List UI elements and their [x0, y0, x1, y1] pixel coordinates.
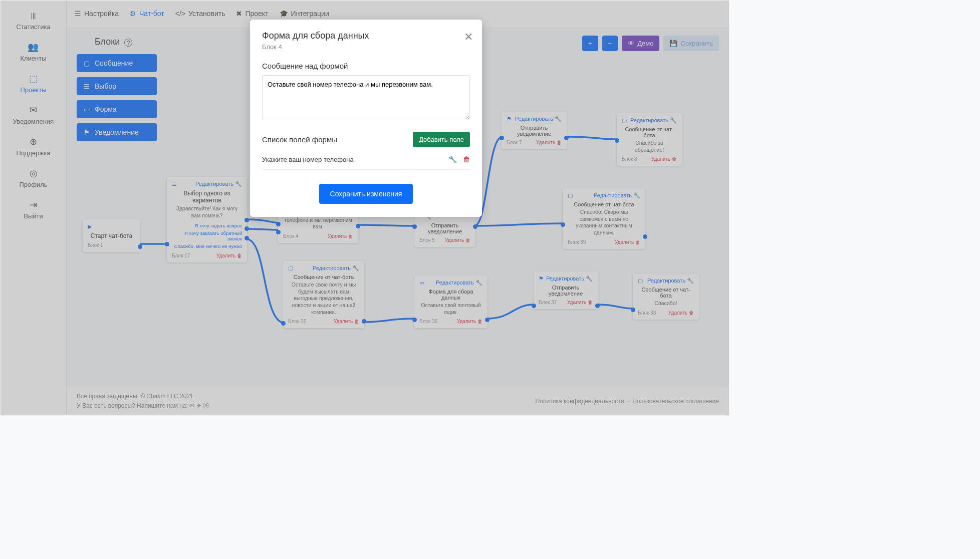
modal-form: Форма для сбора данных Блок 4 ✕ Сообщени…: [250, 20, 482, 217]
wrench-icon[interactable]: 🔧: [448, 155, 457, 163]
modal-subtitle: Блок 4: [262, 43, 470, 51]
close-icon[interactable]: ✕: [464, 31, 473, 44]
modal-title: Форма для сбора данных: [262, 31, 470, 41]
trash-icon[interactable]: 🗑: [463, 155, 470, 163]
message-textarea[interactable]: [262, 75, 470, 120]
fields-label: Список полей формы: [262, 135, 337, 144]
field-row: Укажите ваш номер телефона 🔧 🗑: [262, 149, 470, 170]
field-name: Укажите ваш номер телефона: [262, 156, 354, 163]
form-label: Сообщение над формой: [262, 62, 470, 70]
add-field-button[interactable]: Добавить поле: [413, 132, 470, 147]
save-changes-button[interactable]: Сохранить изменения: [319, 184, 413, 204]
